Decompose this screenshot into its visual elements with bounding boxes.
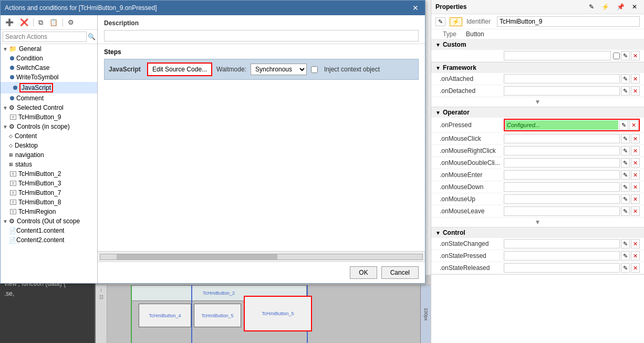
prop-del-detached[interactable]: ✕ <box>631 86 640 96</box>
prop-input-onrightclick[interactable] <box>504 146 620 155</box>
prop-input-statereleased[interactable] <box>504 263 620 273</box>
prop-edit-statereleased[interactable]: ✎ <box>621 263 630 273</box>
custom-value-1[interactable] <box>504 51 611 60</box>
prop-del-statepressed[interactable]: ✕ <box>631 251 640 261</box>
custom-row-1: ✎ ✕ <box>431 50 644 62</box>
prop-del-statechanged[interactable]: ✕ <box>631 239 640 248</box>
tree-item-content2[interactable]: 📄 Content2.content <box>1 235 97 245</box>
prop-del-onpressed[interactable]: ✕ <box>629 120 638 130</box>
prop-edit-attached[interactable]: ✎ <box>621 74 630 84</box>
cancel-button[interactable]: Cancel <box>381 266 419 279</box>
prop-pencil-btn[interactable]: ✎ <box>586 2 597 12</box>
tree-item-condition[interactable]: Condition <box>1 54 97 63</box>
prop-edit-onleave[interactable]: ✎ <box>621 206 630 216</box>
prop-id-lightning-btn[interactable]: ⚡ <box>450 17 462 26</box>
prop-pin-btn[interactable]: 📌 <box>614 2 627 12</box>
prop-close-btn[interactable]: ✕ <box>629 2 640 12</box>
delete-action-btn[interactable]: ❌ <box>17 17 31 28</box>
prop-edit-ondown[interactable]: ✎ <box>621 182 630 192</box>
paste-action-btn[interactable]: 📋 <box>47 17 60 28</box>
dialog-close-btn[interactable]: ✕ <box>410 4 421 12</box>
prop-del-onclick[interactable]: ✕ <box>631 134 640 143</box>
custom-checkbox-1[interactable] <box>613 53 620 59</box>
prop-input-onup[interactable] <box>504 194 620 204</box>
prop-id-edit-btn[interactable]: ✎ <box>435 17 445 26</box>
custom-edit-btn-1[interactable]: ✎ <box>621 51 630 60</box>
canvas-btn4[interactable]: TcHmiButton_4 <box>139 304 191 327</box>
prop-del-attached[interactable]: ✕ <box>631 74 640 84</box>
tree-item-tchmibtn3[interactable]: T TcHmiButton_3 <box>1 179 97 188</box>
tree-item-tchmibtn8[interactable]: T TcHmiButton_8 <box>1 198 97 207</box>
section-custom-header[interactable]: ▼ Custom <box>431 39 644 50</box>
copy-action-btn[interactable]: ⧉ <box>36 17 46 28</box>
tree-item-tchmibtn7[interactable]: T TcHmiButton_7 <box>1 188 97 198</box>
prop-input-onclick[interactable] <box>504 134 620 143</box>
tree-item-switchcase[interactable]: SwitchCase <box>1 63 97 72</box>
prop-edit-onrightclick[interactable]: ✎ <box>621 146 630 155</box>
tree-item-javascript[interactable]: JavaScript <box>1 82 97 93</box>
prop-input-ondown[interactable] <box>504 182 620 192</box>
prop-input-statechanged[interactable] <box>504 239 620 248</box>
prop-input-ondoubleclick[interactable] <box>504 158 620 168</box>
properties-header-btns: ✎ ⚡ 📌 ✕ <box>586 2 640 12</box>
prop-edit-detached[interactable]: ✎ <box>621 86 630 96</box>
canvas-btn5[interactable]: TcHmiButton_5 <box>194 304 241 327</box>
tree-item-tchmibtn2[interactable]: T TcHmiButton_2 <box>1 169 97 179</box>
ok-button[interactable]: OK <box>350 266 377 279</box>
tree-item-content1[interactable]: 📄 Content1.content <box>1 226 97 235</box>
prop-del-onrightclick[interactable]: ✕ <box>631 146 640 155</box>
tree-item-comment[interactable]: Comment <box>1 93 97 103</box>
search-input[interactable] <box>3 32 87 42</box>
waitmode-select[interactable]: Synchronous Asynchronous <box>251 64 307 75</box>
prop-input-attached[interactable] <box>504 74 620 84</box>
prop-del-onenter[interactable]: ✕ <box>631 170 640 180</box>
tree-item-controls-scope[interactable]: ▼ ⚙ Controls (in scope) <box>1 122 97 131</box>
prop-input-detached[interactable] <box>504 86 620 96</box>
prop-edit-onenter[interactable]: ✎ <box>621 170 630 180</box>
tree-item-writetosymbol[interactable]: WriteToSymbol <box>1 72 97 82</box>
horizontal-scrollbar[interactable] <box>100 254 423 260</box>
control-expand-icon: ▼ <box>435 230 441 236</box>
add-action-btn[interactable]: ➕ <box>3 17 16 28</box>
scrollbar-thumb[interactable] <box>117 254 278 259</box>
prop-del-onup[interactable]: ✕ <box>631 194 640 204</box>
prop-del-ondown[interactable]: ✕ <box>631 182 640 192</box>
prop-input-onenter[interactable] <box>504 170 620 180</box>
prop-input-statepressed[interactable] <box>504 251 620 261</box>
prop-del-onleave[interactable]: ✕ <box>631 206 640 216</box>
prop-edit-statepressed[interactable]: ✎ <box>621 251 630 261</box>
tree-item-content[interactable]: ◇ Content <box>1 131 97 141</box>
description-input[interactable] <box>104 30 419 41</box>
framework-chevron-down[interactable]: ▼ <box>431 97 644 107</box>
tree-item-desktop[interactable]: ◇ Desktop <box>1 141 97 150</box>
prop-del-statereleased[interactable]: ✕ <box>631 263 640 273</box>
dot-icon-condition <box>10 56 14 60</box>
prop-input-onleave[interactable] <box>504 206 620 216</box>
section-operator-header[interactable]: ▼ Operator <box>431 107 644 118</box>
tree-item-general[interactable]: ▼ 📁 General <box>1 44 97 54</box>
section-control-header[interactable]: ▼ Control <box>431 227 644 238</box>
prop-edit-statechanged[interactable]: ✎ <box>621 239 630 248</box>
tree-label-controls-scope: Controls (in scope) <box>17 123 70 130</box>
settings-btn[interactable]: ⚙ <box>65 17 77 28</box>
tree-item-navigation[interactable]: ⊞ navigation <box>1 150 97 160</box>
prop-lightning-btn[interactable]: ⚡ <box>599 2 612 12</box>
canvas-btn5-selected[interactable]: TcHmiButton_5 <box>244 296 312 331</box>
prop-edit-onpressed[interactable]: ✎ <box>619 120 628 130</box>
identifier-input[interactable] <box>497 16 640 27</box>
operator-chevron-down[interactable]: ▼ <box>431 217 644 227</box>
custom-del-btn-1[interactable]: ✕ <box>631 51 640 60</box>
prop-edit-onclick[interactable]: ✎ <box>621 134 630 143</box>
tree-item-tchmiregion[interactable]: T TcHmiRegion <box>1 207 97 216</box>
tree-item-controls-out[interactable]: ▼ ⚙ Controls (Out of scope <box>1 216 97 226</box>
prop-del-ondoubleclick[interactable]: ✕ <box>631 158 640 168</box>
tree-item-tchmibtn9[interactable]: T TcHmiButton_9 <box>1 112 97 122</box>
inject-checkbox[interactable] <box>311 66 318 73</box>
prop-edit-onup[interactable]: ✎ <box>621 194 630 204</box>
section-framework-header[interactable]: ▼ Framework <box>431 63 644 73</box>
tree-item-status[interactable]: ⊞ status <box>1 160 97 169</box>
prop-input-onpressed[interactable] <box>505 120 618 130</box>
tree-item-selected-control[interactable]: ▼ ⚙ Selected Control <box>1 103 97 112</box>
edit-source-btn[interactable]: Edit Source Code... <box>147 63 212 76</box>
prop-edit-ondoubleclick[interactable]: ✎ <box>621 158 630 168</box>
